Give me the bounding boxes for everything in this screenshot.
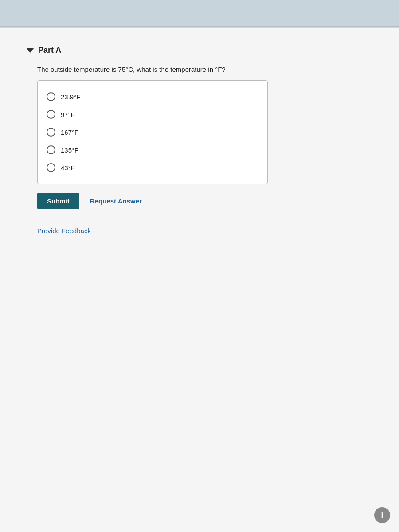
option-label-5: 43°F [61,164,75,172]
radio-option-2[interactable]: 97°F [47,106,258,123]
main-content: Part A The outside temperature is 75°C, … [0,28,399,532]
option-label-2: 97°F [61,111,75,118]
action-row: Submit Request Answer [37,193,372,209]
corner-icon-label: i [381,511,383,520]
request-answer-button[interactable]: Request Answer [90,197,142,205]
part-title: Part A [38,46,61,55]
option-label-4: 135°F [61,146,78,154]
radio-circle-3 [47,128,55,137]
radio-option-3[interactable]: 167°F [47,123,258,141]
radio-circle-2 [47,110,55,119]
option-label-3: 167°F [61,129,78,136]
option-label-1: 23.9°F [61,93,80,101]
radio-option-1[interactable]: 23.9°F [47,88,258,106]
radio-circle-4 [47,145,55,154]
top-bar [0,0,399,27]
radio-circle-5 [47,163,55,172]
radio-option-5[interactable]: 43°F [47,159,258,176]
collapse-arrow-icon[interactable] [27,48,34,53]
provide-feedback-button[interactable]: Provide Feedback [37,227,91,235]
submit-button[interactable]: Submit [37,193,79,209]
corner-icon[interactable]: i [374,507,390,523]
answer-box: 23.9°F97°F167°F135°F43°F [37,80,268,184]
radio-circle-1 [47,92,55,101]
question-text: The outside temperature is 75°C, what is… [37,66,372,73]
radio-option-4[interactable]: 135°F [47,141,258,159]
part-header: Part A [27,46,372,55]
